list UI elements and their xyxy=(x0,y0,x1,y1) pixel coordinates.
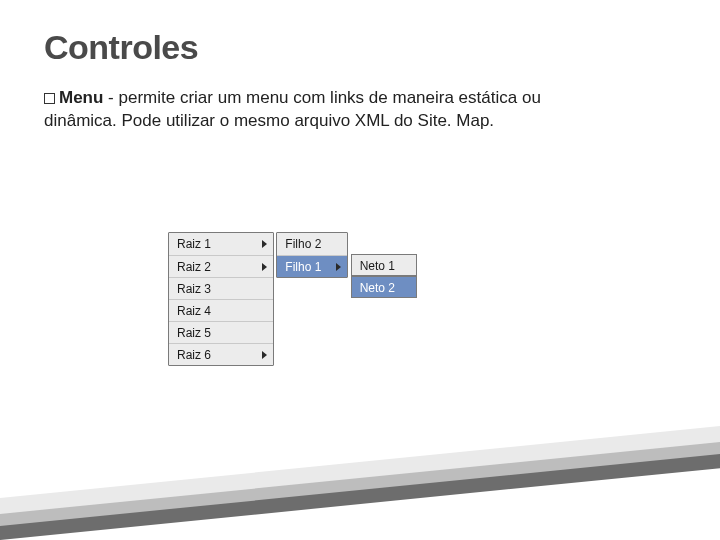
menu-item-label: Raiz 2 xyxy=(177,260,211,274)
menu-item-label: Raiz 1 xyxy=(177,237,211,251)
menu-root-item[interactable]: Raiz 4 xyxy=(169,299,273,321)
menu-item-label: Raiz 3 xyxy=(177,282,211,296)
paragraph-text: - permite criar um menu com links de man… xyxy=(44,88,541,130)
menu-item-label: Raiz 6 xyxy=(177,348,211,362)
menu-item-label: Filho 2 xyxy=(285,237,321,251)
menu-item-label: Neto 1 xyxy=(360,259,395,273)
menu-child-item[interactable]: Filho 1 xyxy=(277,255,347,277)
decorative-bar xyxy=(0,437,720,538)
slide-title: Controles xyxy=(44,28,676,67)
decorative-bar xyxy=(0,449,720,540)
body-paragraph: Menu - permite criar um menu com links d… xyxy=(44,87,604,133)
menu-root-column: Raiz 1 Raiz 2 Raiz 3 Raiz 4 Raiz 5 Raiz … xyxy=(168,232,274,366)
slide: Controles Menu - permite criar um menu c… xyxy=(0,0,720,540)
submenu-arrow-icon xyxy=(262,351,267,359)
submenu-arrow-icon xyxy=(262,240,267,248)
menu-spacer xyxy=(351,232,417,254)
menu-root-item[interactable]: Raiz 2 xyxy=(169,255,273,277)
menu-root-item[interactable]: Raiz 1 xyxy=(169,233,273,255)
menu-item-label: Raiz 5 xyxy=(177,326,211,340)
menu-root-item[interactable]: Raiz 6 xyxy=(169,343,273,365)
menu-item-label: Filho 1 xyxy=(285,260,321,274)
submenu-arrow-icon xyxy=(262,263,267,271)
checkbox-icon xyxy=(44,93,55,104)
menu-item-label: Neto 2 xyxy=(360,281,395,295)
decorative-footer xyxy=(0,430,720,540)
decorative-bar xyxy=(0,421,720,526)
menu-root-item[interactable]: Raiz 5 xyxy=(169,321,273,343)
menu-child-column: Filho 2 Filho 1 xyxy=(276,232,348,278)
menu-demo: Raiz 1 Raiz 2 Raiz 3 Raiz 4 Raiz 5 Raiz … xyxy=(168,232,417,366)
menu-grand-item[interactable]: Neto 2 xyxy=(351,276,417,298)
term-menu: Menu xyxy=(59,88,103,107)
submenu-arrow-icon xyxy=(336,263,341,271)
menu-grand-column: Neto 1 Neto 2 xyxy=(351,232,417,298)
menu-grand-item[interactable]: Neto 1 xyxy=(351,254,417,276)
menu-child-item[interactable]: Filho 2 xyxy=(277,233,347,255)
menu-item-label: Raiz 4 xyxy=(177,304,211,318)
menu-root-item[interactable]: Raiz 3 xyxy=(169,277,273,299)
